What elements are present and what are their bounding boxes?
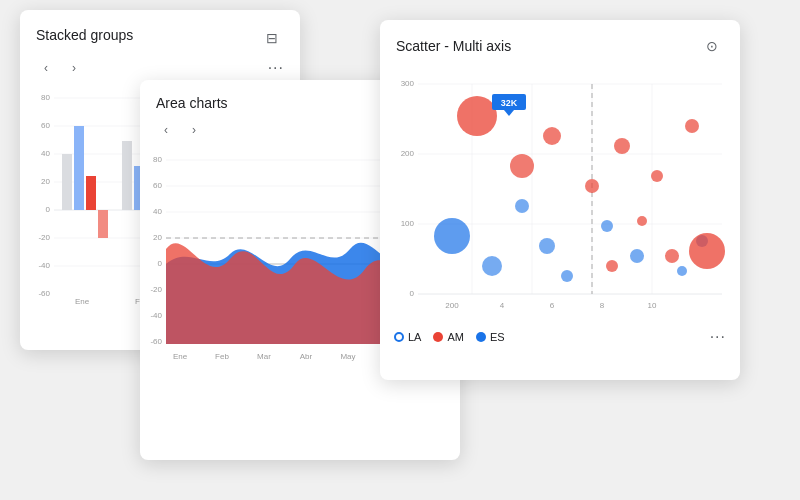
svg-text:10: 10 (648, 301, 657, 310)
svg-point-79 (677, 266, 687, 276)
svg-rect-15 (62, 154, 72, 210)
scatter-svg: 300 200 100 0 200 4 6 8 10 (392, 66, 728, 326)
svg-text:Abr: Abr (300, 352, 313, 361)
card-header: Stacked groups ⊟ (20, 10, 300, 54)
svg-text:-40: -40 (38, 261, 50, 270)
svg-marker-94 (504, 110, 514, 116)
svg-text:100: 100 (401, 219, 415, 228)
card-title: Stacked groups (36, 26, 133, 44)
area-nav-left[interactable]: ‹ (156, 120, 176, 140)
svg-text:-60: -60 (38, 289, 50, 298)
area-card-title: Area charts (156, 94, 228, 112)
more-options-button[interactable]: ··· (268, 59, 284, 77)
svg-text:Ene: Ene (173, 352, 188, 361)
svg-text:60: 60 (153, 181, 162, 190)
svg-point-72 (434, 218, 470, 254)
svg-text:80: 80 (41, 93, 50, 102)
svg-text:300: 300 (401, 79, 415, 88)
svg-point-91 (606, 260, 618, 272)
card-nav: ‹ › ··· (20, 54, 300, 82)
scatter-card-title: Scatter - Multi axis (396, 37, 511, 55)
svg-text:40: 40 (41, 149, 50, 158)
svg-point-78 (630, 249, 644, 263)
svg-point-73 (482, 256, 502, 276)
legend-am-label: AM (447, 331, 464, 343)
scatter-more-options[interactable]: ··· (710, 328, 726, 346)
svg-text:0: 0 (46, 205, 51, 214)
scatter-legend: LA AM ES ··· (380, 322, 740, 352)
svg-text:8: 8 (600, 301, 605, 310)
svg-point-74 (515, 199, 529, 213)
legend-la: LA (394, 331, 421, 343)
svg-text:Mar: Mar (257, 352, 271, 361)
svg-rect-17 (86, 176, 96, 210)
nav-left-arrow[interactable]: ‹ (36, 58, 56, 78)
svg-point-90 (637, 216, 647, 226)
svg-text:May: May (340, 352, 355, 361)
legend-am-dot (433, 332, 443, 342)
area-nav-right[interactable]: › (184, 120, 204, 140)
svg-text:200: 200 (445, 301, 459, 310)
legend-es-label: ES (490, 331, 505, 343)
svg-point-86 (651, 170, 663, 182)
legend-am: AM (433, 331, 464, 343)
svg-point-88 (689, 233, 725, 269)
svg-point-84 (585, 179, 599, 193)
svg-text:32K: 32K (501, 98, 518, 108)
svg-point-77 (601, 220, 613, 232)
svg-point-85 (614, 138, 630, 154)
svg-text:20: 20 (41, 177, 50, 186)
svg-point-75 (539, 238, 555, 254)
settings-icon[interactable]: ⊙ (700, 34, 724, 58)
svg-text:6: 6 (550, 301, 555, 310)
svg-text:-20: -20 (150, 285, 162, 294)
svg-text:Ene: Ene (75, 297, 90, 306)
svg-point-76 (561, 270, 573, 282)
scatter-card-header: Scatter - Multi axis ⊙ (380, 20, 740, 62)
svg-point-87 (685, 119, 699, 133)
scatter-chart-area: 300 200 100 0 200 4 6 8 10 (380, 62, 740, 322)
legend-es-dot (476, 332, 486, 342)
nav-right-arrow[interactable]: › (64, 58, 84, 78)
svg-text:4: 4 (500, 301, 505, 310)
svg-text:20: 20 (153, 233, 162, 242)
svg-text:-20: -20 (38, 233, 50, 242)
scatter-card: Scatter - Multi axis ⊙ 300 200 100 0 200… (380, 20, 740, 380)
svg-rect-16 (74, 126, 84, 210)
svg-text:200: 200 (401, 149, 415, 158)
svg-text:0: 0 (158, 259, 163, 268)
svg-text:-60: -60 (150, 337, 162, 346)
svg-point-89 (665, 249, 679, 263)
svg-text:0: 0 (410, 289, 415, 298)
legend-la-dot (394, 332, 404, 342)
svg-text:Feb: Feb (215, 352, 229, 361)
svg-rect-18 (98, 210, 108, 238)
svg-text:-40: -40 (150, 311, 162, 320)
svg-text:80: 80 (153, 155, 162, 164)
svg-text:60: 60 (41, 121, 50, 130)
svg-point-82 (510, 154, 534, 178)
legend-la-label: LA (408, 331, 421, 343)
minimize-icon[interactable]: ⊟ (260, 26, 284, 50)
svg-point-83 (543, 127, 561, 145)
svg-text:40: 40 (153, 207, 162, 216)
legend-es: ES (476, 331, 505, 343)
svg-rect-19 (122, 141, 132, 210)
svg-point-81 (457, 96, 497, 136)
